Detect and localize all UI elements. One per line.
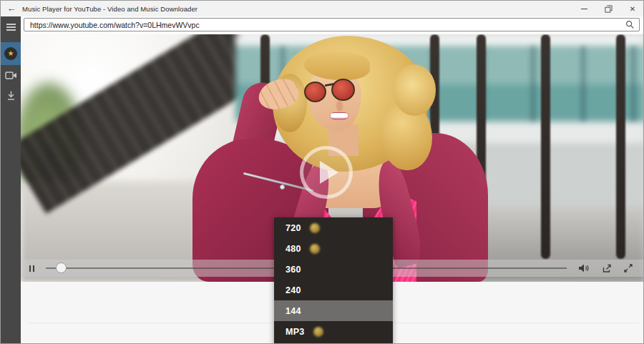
sidebar-item-downloads[interactable] (1, 87, 21, 104)
quality-label: 480 (286, 244, 301, 254)
title-bar: ← Music Player for YouTube - Video and M… (1, 1, 644, 16)
download-icon (6, 90, 16, 101)
quality-label: 720 (286, 223, 301, 233)
share-icon (601, 263, 612, 274)
photo-hair-curl (393, 64, 436, 116)
star-icon: ★ (4, 47, 17, 60)
photo-woman-smile (330, 112, 348, 120)
share-button[interactable] (601, 263, 612, 274)
quality-label: 240 (286, 285, 301, 295)
quality-option-mp3[interactable]: MP3 (274, 321, 393, 342)
sidebar-item-favorites[interactable]: ★ (1, 42, 21, 65)
sidebar-item-video[interactable] (1, 67, 21, 84)
fullscreen-button[interactable] (623, 263, 633, 273)
premium-badge-icon (310, 223, 320, 233)
restore-icon (605, 5, 613, 13)
address-input[interactable] (24, 18, 640, 31)
photo-sunglasses-lens (331, 79, 355, 101)
volume-button[interactable] (578, 263, 590, 273)
quality-label: MP3 (286, 327, 305, 337)
play-icon (320, 161, 338, 184)
window-title: Music Player for YouTube - Video and Mus… (22, 5, 197, 13)
video-camera-icon (5, 71, 17, 80)
seek-thumb[interactable] (56, 262, 67, 273)
restore-button[interactable] (596, 1, 620, 16)
photo-jacket-button (280, 185, 285, 190)
sidebar: ★ (1, 16, 21, 344)
quality-option-480[interactable]: 480 (274, 238, 393, 259)
window-controls: ✕ (572, 1, 644, 16)
fullscreen-icon (623, 263, 633, 273)
quality-menu: 720 480 360 240 144 MP3 (274, 217, 393, 344)
photo-woman-nose (336, 100, 343, 112)
photo-fence-post (541, 34, 550, 259)
hamburger-icon (6, 24, 16, 31)
play-overlay-button[interactable] (300, 146, 353, 199)
premium-badge-icon (313, 327, 323, 337)
pause-button[interactable] (29, 265, 34, 272)
close-button[interactable]: ✕ (620, 1, 644, 16)
app-window: ← Music Player for YouTube - Video and M… (0, 0, 644, 344)
quality-label: 144 (286, 306, 301, 316)
quality-option-360[interactable]: 360 (274, 259, 393, 280)
photo-fence-post (616, 34, 625, 259)
quality-option-240[interactable]: 240 (274, 280, 393, 300)
sidebar-item-menu[interactable] (1, 18, 21, 36)
minimize-button[interactable] (572, 1, 596, 16)
quality-label: 360 (286, 265, 301, 275)
quality-option-144[interactable]: 144 (274, 300, 393, 321)
volume-icon (578, 263, 590, 273)
back-button[interactable]: ← (1, 1, 22, 16)
address-toolbar (21, 16, 644, 34)
close-icon: ✕ (630, 5, 635, 13)
minimize-icon (581, 9, 587, 9)
photo-sunglasses-lens (304, 82, 326, 102)
premium-badge-icon (310, 244, 320, 254)
quality-option-720[interactable]: 720 (274, 217, 393, 238)
magnifier-icon[interactable] (625, 20, 635, 29)
